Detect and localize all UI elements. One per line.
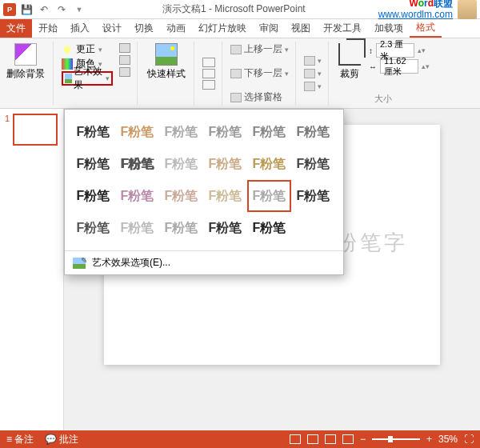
slide-editor: F粉笔 F粉笔 F粉笔 F粉笔 F粉笔 F粉笔 F粉笔 F粉笔 F粉笔 F粉笔 … (64, 109, 480, 430)
crop-icon (338, 43, 361, 66)
effect-option[interactable]: F粉笔 (291, 116, 335, 148)
artistic-icon (65, 74, 72, 83)
crop-button[interactable]: 裁剪 (337, 42, 362, 82)
save-icon[interactable]: 💾 (19, 2, 34, 17)
redo-icon[interactable]: ↷ (54, 2, 69, 17)
tab-view[interactable]: 视图 (285, 19, 317, 38)
tab-review[interactable]: 审阅 (253, 19, 285, 38)
quick-styles-label: 快速样式 (147, 67, 186, 81)
zoom-slider[interactable] (372, 438, 420, 440)
remove-background-label: 删除背景 (6, 67, 45, 81)
effect-option[interactable]: F粉笔 (291, 148, 335, 180)
change-picture-icon[interactable] (119, 55, 130, 65)
group-icon[interactable]: ▾ (304, 69, 322, 78)
notes-button[interactable]: ≡备注 (6, 433, 34, 446)
group-size: 裁剪 ↕2.3 厘米▴▾ ↔11.62 厘米▴▾ 大小 (337, 42, 436, 105)
effect-option-selected[interactable]: F粉笔 (247, 180, 291, 212)
width-input[interactable]: ↔11.62 厘米▴▾ (369, 59, 430, 74)
align-icon[interactable]: ▾ (304, 56, 322, 66)
effect-option[interactable]: F粉笔 (247, 116, 291, 148)
selection-pane-button[interactable]: 选择窗格 (230, 90, 289, 104)
zoom-level[interactable]: 35% (438, 434, 458, 445)
group-arrange: 上移一层▾ 下移一层▾ 选择窗格 (230, 42, 296, 105)
effect-option[interactable]: F粉笔 (115, 212, 159, 244)
sorter-view-icon[interactable] (307, 434, 318, 444)
effect-option[interactable]: F粉笔 (71, 212, 115, 244)
thumbnail-preview (13, 114, 58, 146)
corrections-button[interactable]: 更正▾ (62, 42, 113, 56)
effect-option[interactable]: F粉笔 (247, 148, 291, 180)
options-label: 艺术效果选项(E)... (92, 256, 170, 270)
reset-picture-icon[interactable] (119, 67, 130, 77)
compress-icon[interactable] (119, 43, 130, 53)
effect-option[interactable]: F粉笔 (71, 148, 115, 180)
bring-forward-button[interactable]: 上移一层▾ (230, 42, 289, 56)
effect-option[interactable]: F粉笔 (203, 180, 247, 212)
group-adjust: 更正▾ 颜色▾ 艺术效果▾ (62, 42, 138, 105)
selection-pane-icon (230, 93, 242, 102)
group-background: 删除背景 (5, 42, 54, 105)
effect-option[interactable]: F粉笔 (203, 148, 247, 180)
options-icon (73, 258, 86, 269)
slideshow-view-icon[interactable] (342, 434, 354, 444)
picture-effects-icon[interactable] (202, 69, 215, 78)
normal-view-icon[interactable] (290, 434, 301, 444)
picture-border-icon[interactable] (202, 58, 215, 67)
rotate-icon[interactable]: ▾ (304, 82, 322, 91)
quick-styles-button[interactable]: 快速样式 (146, 42, 187, 82)
effect-option[interactable]: F粉笔 (71, 116, 115, 148)
send-backward-button[interactable]: 下移一层▾ (230, 66, 289, 80)
artistic-effects-dropdown: F粉笔 F粉笔 F粉笔 F粉笔 F粉笔 F粉笔 F粉笔 F粉笔 F粉笔 F粉笔 … (64, 109, 344, 275)
artistic-effects-options-button[interactable]: 艺术效果选项(E)... (65, 250, 343, 274)
tab-home[interactable]: 开始 (32, 19, 64, 38)
remove-background-button[interactable]: 删除背景 (5, 42, 46, 82)
effect-option[interactable]: F粉笔 (71, 180, 115, 212)
effects-grid: F粉笔 F粉笔 F粉笔 F粉笔 F粉笔 F粉笔 F粉笔 F粉笔 F粉笔 F粉笔 … (65, 110, 343, 250)
effect-option[interactable]: F粉笔 (203, 116, 247, 148)
ribbon: 删除背景 更正▾ 颜色▾ 艺术效果▾ 快速样式 (0, 38, 480, 109)
tab-format[interactable]: 格式 (410, 19, 442, 38)
effect-option[interactable]: F粉笔 (159, 116, 203, 148)
effect-option[interactable]: F粉笔 (247, 212, 291, 244)
effect-option[interactable]: F粉笔 (203, 212, 247, 244)
qat-dropdown-icon[interactable]: ▼ (72, 2, 86, 17)
tab-addins[interactable]: 加载项 (368, 19, 410, 38)
zoom-out-button[interactable]: − (360, 434, 366, 445)
group-styles-extra (202, 42, 222, 105)
effect-option[interactable]: F粉笔 (159, 148, 203, 180)
reading-view-icon[interactable] (325, 434, 336, 444)
effect-option[interactable]: F粉笔 (115, 148, 159, 180)
effect-option[interactable]: F粉笔 (115, 180, 159, 212)
picture-layout-icon[interactable] (202, 80, 215, 90)
quick-styles-icon (155, 43, 178, 66)
tab-transition[interactable]: 切换 (128, 19, 160, 38)
comments-button[interactable]: 💬批注 (45, 433, 78, 446)
zoom-in-button[interactable]: + (426, 434, 432, 445)
effect-option[interactable]: F粉笔 (159, 180, 203, 212)
fit-to-window-icon[interactable]: ⛶ (464, 434, 474, 445)
group-arrange-extra: ▾ ▾ ▾ (304, 42, 329, 105)
slide-thumbnails: 1 (0, 109, 64, 430)
tab-developer[interactable]: 开发工具 (317, 19, 368, 38)
workspace: 1 F粉笔 F粉笔 F粉笔 F粉笔 F粉笔 F粉笔 F粉笔 F粉笔 F粉笔 F粉… (0, 109, 480, 430)
effect-option[interactable]: F粉笔 (159, 212, 203, 244)
tab-slideshow[interactable]: 幻灯片放映 (192, 19, 253, 38)
group-styles: 快速样式 (146, 42, 194, 105)
thumbnail-1[interactable]: 1 (5, 114, 58, 146)
titlebar: P 💾 ↶ ↷ ▼ 演示文稿1 - Microsoft PowerPoint W… (0, 0, 480, 19)
effect-option[interactable]: F粉笔 (291, 180, 335, 212)
bring-forward-icon (230, 45, 242, 54)
undo-icon[interactable]: ↶ (37, 2, 51, 17)
effect-option[interactable]: F粉笔 (115, 116, 159, 148)
user-avatar[interactable] (458, 0, 477, 19)
tab-insert[interactable]: 插入 (64, 19, 96, 38)
powerpoint-icon: P (3, 3, 16, 16)
tab-design[interactable]: 设计 (96, 19, 128, 38)
send-backward-icon (230, 69, 242, 78)
tab-file[interactable]: 文件 (0, 19, 32, 38)
artistic-effects-button[interactable]: 艺术效果▾ (62, 71, 113, 86)
tab-animation[interactable]: 动画 (160, 19, 192, 38)
ribbon-tabs: 文件 开始 插入 设计 切换 动画 幻灯片放映 审阅 视图 开发工具 加载项 格… (0, 19, 480, 38)
watermark: Word联盟 www.wordlm.com (378, 0, 453, 20)
quick-access-toolbar: P 💾 ↶ ↷ ▼ (0, 2, 90, 17)
